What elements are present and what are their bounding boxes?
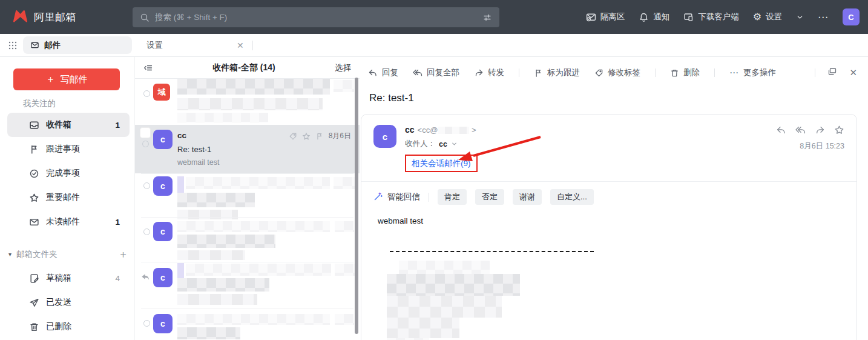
star-icon[interactable]	[302, 132, 311, 141]
mail-row-selected[interactable]: c cc Re: test-1 webmail test 8月6日	[135, 125, 360, 173]
tag-icon	[594, 68, 603, 78]
message-header: c cc <cc@ > 收件人： cc	[373, 125, 844, 172]
sidebar-item-sent[interactable]: 已发送	[7, 290, 130, 315]
sidebar-item-followup[interactable]: 跟进事项	[7, 137, 130, 161]
inbox-tray-icon	[29, 120, 39, 130]
redacted-preview	[177, 210, 238, 219]
edit-tags-label: 修改标签	[608, 67, 640, 78]
bell-icon	[639, 12, 649, 22]
list-scrollbar[interactable]	[355, 78, 358, 334]
redacted-subject	[177, 79, 330, 95]
redacted-date	[334, 80, 354, 92]
trash-icon	[29, 322, 39, 332]
read-state-dot[interactable]	[143, 90, 150, 97]
star-icon[interactable]	[834, 125, 844, 135]
sidebar-item-label: 草稿箱	[46, 273, 108, 284]
redacted-preview	[177, 193, 255, 207]
popout-icon[interactable]	[827, 67, 837, 79]
smart-reply-row: 智能回信 肯定 否定 谢谢 自定义...	[373, 189, 844, 205]
sidebar-item-deleted[interactable]: 已删除	[7, 315, 130, 339]
read-state-dot[interactable]	[143, 182, 150, 189]
sidebar-item-unread[interactable]: 未读邮件 1	[7, 210, 130, 234]
unread-count-badge: 1	[115, 121, 120, 130]
search-icon	[140, 13, 150, 22]
redacted-line	[387, 296, 502, 318]
tab-settings-close-icon[interactable]: ✕	[237, 41, 244, 50]
collapse-list-icon[interactable]	[143, 63, 153, 73]
notifications-button[interactable]: 通知	[639, 12, 669, 22]
topbar: 阿里邮箱	[0, 0, 868, 34]
read-state-dot[interactable]	[143, 228, 150, 235]
smart-reply-option-positive[interactable]: 肯定	[438, 189, 467, 205]
reply-all-button[interactable]: 回复全部	[413, 67, 459, 78]
read-state-dot[interactable]	[142, 141, 149, 147]
ellipsis-icon: ⋯	[729, 67, 739, 78]
card-divider	[361, 181, 856, 182]
quarantine-button[interactable]: 隔离区	[586, 12, 625, 22]
sidebar-item-label: 未读邮件	[46, 216, 108, 227]
select-mode-button[interactable]: 选择	[335, 62, 351, 73]
reply-all-icon[interactable]	[795, 125, 806, 135]
forward-label: 转发	[488, 67, 504, 78]
search-input[interactable]	[155, 13, 477, 22]
app-grid-icon[interactable]	[8, 41, 18, 50]
tab-settings[interactable]: 设置	[146, 40, 163, 51]
forward-icon[interactable]	[815, 125, 825, 135]
reply-button[interactable]: 回复	[368, 67, 398, 78]
alimail-app: 阿里邮箱	[0, 0, 868, 340]
alimail-m-logo	[12, 9, 28, 25]
devices-icon	[683, 12, 694, 22]
sidebar-item-drafts[interactable]: 草稿箱 4	[7, 266, 130, 290]
flag-icon[interactable]	[315, 132, 324, 141]
tag-icon[interactable]	[289, 132, 297, 141]
more-menu-icon[interactable]: ⋯	[818, 11, 829, 24]
tab-divider	[252, 41, 253, 50]
settings-button[interactable]: ⚙ 设置	[753, 12, 782, 22]
add-folder-icon[interactable]: ＋	[118, 247, 128, 261]
reply-icon[interactable]	[776, 125, 786, 135]
chevron-down-icon[interactable]	[796, 13, 804, 21]
sidebar-item-done[interactable]: 完成事项	[7, 161, 130, 185]
redacted-date	[335, 221, 354, 232]
related-conversation-link[interactable]: 相关会话邮件(9)	[412, 159, 471, 168]
list-title: 收件箱-全部 (14)	[153, 62, 335, 73]
row-checkbox[interactable]	[140, 127, 151, 138]
redacted-subject	[177, 314, 330, 325]
drafts-count-badge: 4	[115, 274, 120, 283]
more-actions-button[interactable]: ⋯ 更多操作	[729, 67, 776, 78]
smart-reply-option-thanks[interactable]: 谢谢	[513, 189, 542, 205]
caret-down-icon[interactable]: ▾	[8, 251, 12, 258]
redacted-email-domain	[438, 127, 469, 134]
sidebar-item-inbox[interactable]: 收件箱 1	[7, 113, 130, 137]
annotation-red-box: 相关会话邮件(9)	[405, 155, 478, 172]
search-box[interactable]	[133, 7, 499, 27]
brand-name: 阿里邮箱	[34, 10, 76, 24]
smart-reply-option-negative[interactable]: 否定	[475, 189, 504, 205]
tab-mail[interactable]: 邮件	[23, 36, 132, 54]
sender-email: <cc@ >	[418, 125, 476, 135]
smart-reply-option-custom[interactable]: 自定义...	[550, 189, 594, 205]
mark-followup-button[interactable]: 标为跟进	[534, 67, 580, 78]
chevron-down-icon[interactable]	[451, 141, 458, 147]
user-avatar[interactable]: C	[843, 8, 860, 25]
folders-section[interactable]: ▾ 邮箱文件夹 ＋	[8, 247, 128, 261]
read-state-dot[interactable]	[143, 320, 150, 327]
sender-name: cc	[405, 125, 415, 135]
settings-label: 设置	[766, 12, 782, 22]
trash-icon	[670, 68, 679, 78]
flag-icon	[534, 68, 543, 78]
edit-tags-button[interactable]: 修改标签	[594, 67, 640, 78]
forward-button[interactable]: 转发	[474, 67, 504, 78]
delete-button[interactable]: 删除	[670, 67, 700, 78]
reply-label: 回复	[382, 67, 398, 78]
message-subject: Re: test-1	[369, 92, 414, 104]
compose-button[interactable]: ＋ 写邮件	[13, 68, 120, 90]
search-filter-icon[interactable]	[482, 13, 492, 22]
plain-text-divider	[390, 251, 594, 252]
message-quick-actions	[776, 125, 844, 135]
mail-list-header: 收件箱-全部 (14) 选择	[135, 57, 360, 79]
download-client-button[interactable]: 下载客户端	[683, 12, 739, 22]
sidebar-item-important[interactable]: 重要邮件	[7, 185, 130, 210]
redacted-preview	[177, 327, 240, 339]
close-icon[interactable]: ✕	[849, 67, 857, 78]
